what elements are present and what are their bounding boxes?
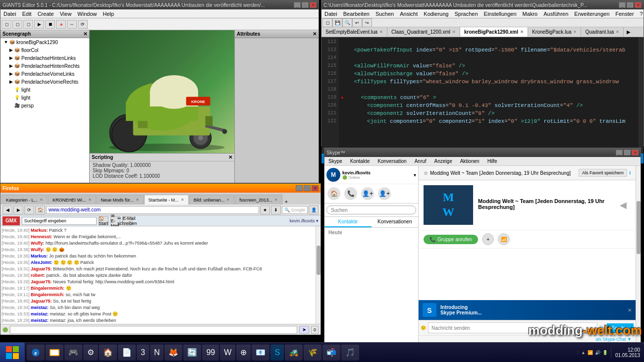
xml-maximize[interactable]: □ — [627, 2, 634, 8]
tree-item-pendelachse4[interactable]: ▶ 📦 PendelachseVorneRechts — [0, 78, 89, 86]
maximize-button[interactable]: □ — [302, 2, 309, 8]
xml-menu-einstellungen[interactable]: Einstellungen — [481, 9, 520, 18]
skype-send-button[interactable]: Senden — [607, 323, 634, 333]
menu-create[interactable]: Create — [35, 9, 57, 18]
skype-close[interactable]: ✕ — [632, 150, 639, 155]
xml-menu-erweiterungen[interactable]: Erweiterungen — [571, 9, 612, 18]
skype-message-input[interactable] — [428, 322, 597, 333]
chat-send-btn[interactable]: ➤ — [299, 326, 309, 334]
tree-item-light1[interactable]: 💡 light — [0, 86, 89, 94]
skype-emoji-icon[interactable]: 🙂 — [421, 325, 426, 330]
skype-menu-konversation[interactable]: Konversation — [374, 158, 410, 164]
skype-status-dropdown[interactable]: ▾ — [414, 172, 416, 178]
chat-scrollbar[interactable] — [316, 226, 321, 324]
tree-item-persp[interactable]: 🎥 persp — [0, 102, 89, 109]
skype-messages-area[interactable] — [419, 248, 636, 300]
toolbar-btn-5[interactable]: ⏹ — [45, 20, 55, 29]
taskbar-chrome[interactable]: ⊕ — [236, 345, 251, 361]
taskbar-item-5[interactable]: 3 — [137, 345, 149, 361]
xml-menu-fenster[interactable]: Fenster — [612, 9, 637, 18]
xml-menu-sprachen[interactable]: Sprachen — [451, 9, 481, 18]
forward-button[interactable]: ▶ — [13, 206, 23, 214]
url-bar[interactable] — [46, 206, 259, 214]
xml-toolbar-btn-4[interactable]: ↩ — [352, 18, 362, 27]
taskbar-clock[interactable]: 12:00 01.05.2013 — [611, 347, 644, 358]
new-tab-button[interactable]: + — [283, 199, 290, 205]
taskbar-item-12[interactable]: 🌾 — [304, 345, 322, 361]
menu-help[interactable]: Help — [100, 9, 117, 18]
skype-promo-banner[interactable]: S Introducing Skype Premium... ✕ — [419, 300, 636, 320]
toolbar-btn-8[interactable]: ⟳ — [78, 20, 88, 29]
taskbar-item-13[interactable]: 📬 — [322, 345, 340, 361]
gmx-start[interactable]: 🏠 Start — [99, 216, 108, 225]
xml-toolbar-btn-1[interactable]: ◻ — [322, 18, 332, 27]
skype-add-btn[interactable]: + — [482, 233, 494, 245]
skype-menu-hilfe[interactable]: Hilfe — [483, 158, 501, 164]
skype-search-input[interactable] — [326, 206, 416, 214]
browser-tab-bild[interactable]: Bild: unbenan...✕ — [189, 195, 235, 205]
xml-tab-setempty[interactable]: SetEmptyBaleEvent.lua ✕ — [322, 27, 387, 37]
taskbar-item-1[interactable]: 🎮 — [64, 345, 82, 361]
taskbar-item-11[interactable]: 🚜 — [285, 345, 303, 361]
minimize-button[interactable]: _ — [294, 2, 301, 8]
toolbar-btn-7[interactable]: ↔ — [67, 20, 77, 29]
xml-menu-makro[interactable]: Makro — [520, 9, 541, 18]
xml-menu-question[interactable]: ? — [637, 9, 644, 18]
xml-menu-ausfuehren[interactable]: Ausführen — [540, 9, 571, 18]
browser-tab-fsscreen[interactable]: fsscreen_2013...✕ — [235, 195, 282, 205]
skype-tab-konversationen[interactable]: Konversationen — [372, 217, 419, 227]
skype-menu-anruf[interactable]: Anruf — [411, 158, 430, 164]
skype-add-contact-btn[interactable]: 👤+ — [361, 187, 374, 200]
toolbar-btn-6[interactable]: 🔺 — [56, 20, 66, 29]
taskbar-item-3[interactable]: 🏠 — [99, 345, 117, 361]
gmx-button[interactable]: GMX — [2, 216, 20, 225]
browser-maximize[interactable]: □ — [304, 185, 311, 191]
skype-menu-kontakte[interactable]: Kontakte — [346, 158, 374, 164]
skype-menu-aktionen[interactable]: Aktionen — [456, 158, 483, 164]
taskbar-item-2[interactable]: ⚙ — [83, 345, 98, 361]
toolbar-btn-2[interactable]: ◻ — [12, 20, 22, 29]
taskbar-ie[interactable]: e — [27, 345, 45, 361]
xml-toolbar-btn-3[interactable]: 🔍 — [342, 18, 352, 27]
download-button[interactable]: ⬇ — [271, 206, 281, 214]
xml-tab-claas[interactable]: Claas_Quadrant_1200.xml ✕ — [387, 27, 460, 37]
taskbar-item-4[interactable]: 📄 — [118, 345, 136, 361]
toolbar-btn-4[interactable]: ▶ — [34, 20, 44, 29]
back-button[interactable]: ◀ — [2, 206, 12, 214]
bookmark-button[interactable]: ★ — [260, 206, 270, 214]
close-button[interactable]: ✕ — [310, 2, 317, 8]
browser-tab-kategorien[interactable]: Kategorien - L...✕ — [1, 195, 48, 205]
xml-close[interactable]: ✕ — [635, 2, 642, 8]
menu-edit[interactable]: Edit — [19, 9, 35, 18]
user-button[interactable]: 👤 — [309, 206, 319, 214]
tree-item-pendelachse3[interactable]: ▶ 📦 PendelachseVorneLinks — [0, 70, 89, 78]
home-button[interactable]: 🏠 — [35, 206, 45, 214]
skype-tab-kontakte[interactable]: Kontakte — [324, 217, 372, 227]
browser-close[interactable]: ✕ — [312, 185, 319, 191]
scripting-close[interactable]: ✕ — [228, 155, 232, 160]
taskbar-item-9[interactable]: W — [220, 345, 235, 361]
xml-menu-datei[interactable]: Datei — [322, 9, 340, 18]
skype-minimize[interactable]: _ — [616, 150, 623, 155]
tree-item-pendelachse1[interactable]: ▶ 📦 PendelachseHintenLinks — [0, 54, 89, 62]
xml-tab-quadrant[interactable]: Quadrant.lua ✕ — [581, 27, 624, 37]
xml-tab-kronelua[interactable]: KroneBigPack.lua ✕ — [528, 27, 582, 37]
browser-tab-krone[interactable]: KRONEHEI Wi...✕ — [48, 195, 96, 205]
xml-toolbar-btn-5[interactable]: ↪ — [362, 18, 372, 27]
skype-info-icon[interactable]: ℹ — [629, 170, 631, 175]
attributes-close[interactable]: ✕ — [313, 31, 317, 37]
skype-maximize[interactable]: □ — [624, 150, 631, 155]
xml-menu-kodierung[interactable]: Kodierung — [421, 9, 451, 18]
skype-menu-skype[interactable]: Skype — [324, 158, 346, 164]
browser-tab-startseite[interactable]: Startseite - M...✕ — [144, 195, 189, 205]
search-field[interactable]: 🔍 Google — [282, 206, 308, 214]
taskbar-item-14[interactable]: 🎵 — [341, 345, 359, 361]
gmx-write-email[interactable]: ✏ E-Mail schreiben — [122, 216, 132, 225]
xml-menu-ansicht[interactable]: Ansicht — [397, 9, 421, 18]
skype-chat-link[interactable]: als Skype-Chat ▼ — [419, 335, 636, 343]
start-button[interactable] — [0, 343, 25, 362]
skype-fav-button[interactable]: Als Favorit speichern — [579, 169, 627, 177]
taskbar-item-7[interactable]: 🔄 — [183, 345, 201, 361]
tree-item-floorcol[interactable]: ▶ 📦 floorCol — [0, 46, 89, 54]
xml-toolbar-btn-2[interactable]: 💾 — [332, 18, 342, 27]
